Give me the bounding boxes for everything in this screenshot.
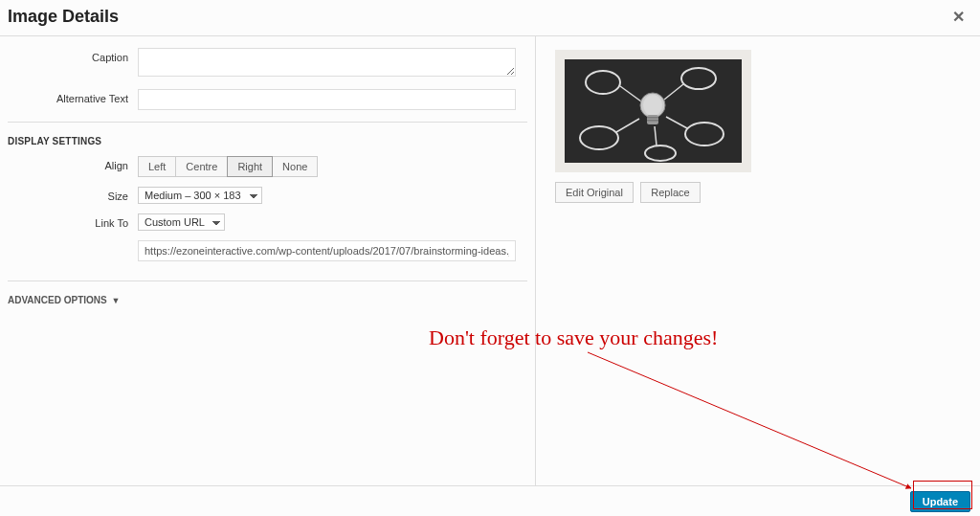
size-label: Size [0,187,138,202]
edit-original-button[interactable]: Edit Original [555,182,634,203]
linkto-row: Link To Custom URL [0,213,535,231]
linkto-url-input[interactable] [138,240,516,261]
alt-text-input[interactable] [138,89,516,110]
align-label: Align [0,156,138,171]
annotation-text: Don't forget to save your changes! [429,325,718,350]
align-button-group: Left Centre Right None [138,156,318,177]
advanced-options-label: ADVANCED OPTIONS [8,295,107,305]
svg-rect-14 [647,117,658,119]
align-none-button[interactable]: None [272,156,318,177]
linkto-label: Link To [0,213,138,229]
settings-pane: Caption Alternative Text DISPLAY SETTING… [0,36,536,491]
caption-row: Caption [0,48,535,79]
size-row: Size Medium – 300 × 183 [0,187,535,204]
align-row: Align Left Centre Right None [0,156,535,177]
preview-pane: Edit Original Replace [536,36,980,491]
alt-text-label: Alternative Text [0,89,138,104]
svg-point-12 [643,95,662,116]
modal-footer: Update [0,485,980,516]
close-icon[interactable]: ✕ [947,6,970,28]
svg-rect-15 [647,120,658,122]
modal-content: Caption Alternative Text DISPLAY SETTING… [0,36,980,491]
align-right-button[interactable]: Right [227,156,273,177]
caption-label: Caption [0,48,138,63]
chevron-down-icon: ▼ [112,296,121,305]
modal-header: Image Details ✕ [0,0,980,36]
advanced-options-toggle[interactable]: ADVANCED OPTIONS ▼ [0,281,535,319]
caption-input[interactable] [138,48,516,77]
size-select[interactable]: Medium – 300 × 183 [138,187,262,204]
replace-button[interactable]: Replace [640,182,700,203]
align-left-button[interactable]: Left [138,156,176,177]
preview-buttons: Edit Original Replace [555,182,980,203]
display-settings-heading: DISPLAY SETTINGS [0,123,535,156]
linkto-url-row [0,233,535,261]
alt-text-row: Alternative Text [0,89,535,110]
image-preview [555,50,751,172]
linkto-select[interactable]: Custom URL [138,213,225,231]
update-button[interactable]: Update [910,491,970,512]
page-title: Image Details [8,7,119,27]
align-centre-button[interactable]: Centre [175,156,228,177]
